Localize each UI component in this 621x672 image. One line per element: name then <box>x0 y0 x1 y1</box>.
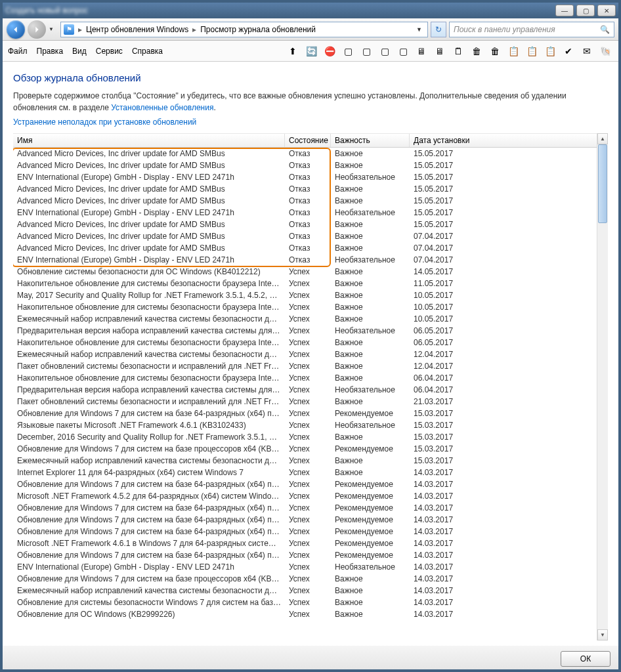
cell-date: 10.05.2017 <box>410 291 608 300</box>
table-row[interactable]: Advanced Micro Devices, Inc driver updat… <box>13 159 608 171</box>
table-row[interactable]: Обновление для Windows 7 для систем на б… <box>13 408 608 419</box>
table-row[interactable]: May, 2017 Security and Quality Rollup fo… <box>13 289 608 301</box>
table-row[interactable]: ENV International (Europe) GmbH - Displa… <box>13 171 608 183</box>
cell-state: Успех <box>285 421 331 430</box>
table-row[interactable]: ENV International (Europe) GmbH - Displa… <box>13 561 608 573</box>
toolbar-icon-1[interactable]: 🔄 <box>303 43 319 59</box>
table-row[interactable]: Internet Explorer 11 для 64-разрядных (x… <box>13 467 608 478</box>
toolbar-icon-10[interactable]: 🗑 <box>469 43 484 59</box>
troubleshoot-link[interactable]: Устранение неполадок при установке обнов… <box>13 117 196 127</box>
table-row[interactable]: Предварительная версия набора исправлени… <box>13 325 608 337</box>
table-row[interactable]: Накопительное обновление для системы без… <box>13 278 608 289</box>
col-state[interactable]: Состояние <box>285 134 331 147</box>
table-row[interactable]: Advanced Micro Devices, Inc driver updat… <box>13 219 608 230</box>
toolbar-icon-9[interactable]: 🗒 <box>450 43 466 59</box>
cell-name: Advanced Micro Devices, Inc driver updat… <box>13 149 285 158</box>
breadcrumb-root[interactable]: Центр обновления Windows <box>86 25 188 34</box>
toolbar-icon-8[interactable]: 🖥 <box>432 43 448 59</box>
maximize-button[interactable]: ▢ <box>576 5 595 16</box>
cell-date: 15.05.2017 <box>410 196 608 205</box>
table-row[interactable]: Advanced Micro Devices, Inc driver updat… <box>13 195 608 207</box>
history-dropdown-icon[interactable]: ▼ <box>49 26 58 32</box>
vertical-scrollbar[interactable]: ▲ ▼ <box>597 133 608 640</box>
table-row[interactable]: Advanced Micro Devices, Inc driver updat… <box>13 242 608 254</box>
table-row[interactable]: Microsoft .NET Framework 4.5.2 для 64-ра… <box>13 490 608 502</box>
address-bar[interactable]: ▸ Центр обновления Windows ▸ Просмотр жу… <box>60 22 428 37</box>
table-row[interactable]: ENV International (Europe) GmbH - Displa… <box>13 207 608 219</box>
table-row[interactable]: Обновление системы безопасности для ОС W… <box>13 266 608 278</box>
table-row[interactable]: Ежемесячный набор исправлений качества с… <box>13 313 608 325</box>
table-row[interactable]: ENV International (Europe) GmbH - Displa… <box>13 254 608 266</box>
toolbar-icon-11[interactable]: 🗑 <box>487 43 503 59</box>
toolbar-icon-12[interactable]: 📋 <box>505 43 521 59</box>
cell-name: Advanced Micro Devices, Inc driver updat… <box>13 196 285 205</box>
cell-date: 06.05.2017 <box>410 326 608 335</box>
forward-button[interactable] <box>28 20 46 39</box>
toolbar-icon-15[interactable]: ✔ <box>561 43 576 59</box>
toolbar-icon-4[interactable]: ▢ <box>358 43 374 59</box>
toolbar-icon-3[interactable]: ▢ <box>340 43 356 59</box>
installed-updates-link[interactable]: Установленные обновления <box>111 103 213 112</box>
table-row[interactable]: Языковые пакеты Microsoft .NET Framework… <box>13 419 608 431</box>
close-button[interactable]: ✕ <box>597 5 616 16</box>
table-row[interactable]: Обновление для Windows 7 для систем на б… <box>13 443 608 455</box>
minimize-button[interactable]: — <box>555 5 574 16</box>
col-name[interactable]: Имя <box>13 134 285 147</box>
menu-view[interactable]: Вид <box>72 47 87 56</box>
toolbar-icon-0[interactable]: ⬆ <box>285 43 301 59</box>
table-row[interactable]: Накопительное обновление для системы без… <box>13 301 608 313</box>
table-row[interactable]: Advanced Micro Devices, Inc driver updat… <box>13 148 608 159</box>
breadcrumb-leaf[interactable]: Просмотр журнала обновлений <box>200 25 316 34</box>
cell-name: May, 2017 Security and Quality Rollup fo… <box>13 291 285 300</box>
toolbar-icon-14[interactable]: 📋 <box>542 43 558 59</box>
table-row[interactable]: Накопительное обновление для системы без… <box>13 372 608 384</box>
col-date[interactable]: Дата установки <box>410 134 608 147</box>
menu-file[interactable]: Файл <box>8 47 28 56</box>
table-row[interactable]: Предварительная версия набора исправлени… <box>13 384 608 396</box>
cell-importance: Важное <box>331 243 410 253</box>
scroll-down-icon[interactable]: ▼ <box>597 629 608 640</box>
toolbar-icon-16[interactable]: ✉ <box>579 43 595 59</box>
cell-date: 14.03.2017 <box>410 562 608 572</box>
table-row[interactable]: Пакет обновлений системы безопасности и … <box>13 360 608 372</box>
ok-button[interactable]: ОК <box>561 651 610 667</box>
table-row[interactable]: Advanced Micro Devices, Inc driver updat… <box>13 183 608 195</box>
toolbar-icon-6[interactable]: ▢ <box>395 43 411 59</box>
table-row[interactable]: Обновление для системы безопасности Wind… <box>13 597 608 608</box>
table-row[interactable]: Обновление для Windows 7 для систем на б… <box>13 478 608 490</box>
menu-service[interactable]: Сервис <box>96 47 123 56</box>
table-row[interactable]: Обновление для ОС Windows (KB2999226)Усп… <box>13 608 608 620</box>
table-row[interactable]: Пакет обновлений системы безопасности и … <box>13 396 608 408</box>
toolbar-icon-7[interactable]: 🖥 <box>414 43 429 59</box>
table-row[interactable]: Обновление для Windows 7 для систем на б… <box>13 514 608 526</box>
table-row[interactable]: Обновление для Windows 7 для систем на б… <box>13 526 608 537</box>
cell-date: 15.05.2017 <box>410 149 608 158</box>
toolbar-icon-17[interactable]: 🐚 <box>597 43 613 59</box>
toolbar-icon-2[interactable]: ⛔ <box>322 43 337 59</box>
table-row[interactable]: Ежемесячный набор исправлений качества с… <box>13 585 608 597</box>
cell-importance: Необязательное <box>331 385 410 394</box>
table-row[interactable]: Накопительное обновление для системы без… <box>13 337 608 348</box>
table-row[interactable]: Ежемесячный набор исправлений качества с… <box>13 348 608 360</box>
toolbar-icon-13[interactable]: 📋 <box>524 43 540 59</box>
scroll-up-icon[interactable]: ▲ <box>597 133 608 144</box>
table-row[interactable]: December, 2016 Security and Quality Roll… <box>13 431 608 443</box>
cell-date: 15.03.2017 <box>410 409 608 418</box>
address-dropdown-icon[interactable]: ▼ <box>414 26 425 33</box>
menu-help[interactable]: Справка <box>132 47 163 56</box>
cell-importance: Необязательное <box>331 562 410 572</box>
back-button[interactable] <box>7 20 25 39</box>
scroll-thumb[interactable] <box>598 144 607 223</box>
toolbar-icon-5[interactable]: ▢ <box>377 43 393 59</box>
refresh-button[interactable]: ↻ <box>431 22 446 37</box>
table-row[interactable]: Обновление для Windows 7 для систем на б… <box>13 573 608 585</box>
table-row[interactable]: Ежемесячный набор исправлений качества с… <box>13 455 608 467</box>
table-row[interactable]: Обновление для Windows 7 для систем на б… <box>13 549 608 561</box>
table-row[interactable]: Microsoft .NET Framework 4.6.1 в Windows… <box>13 537 608 549</box>
col-importance[interactable]: Важность <box>331 134 410 147</box>
table-row[interactable]: Advanced Micro Devices, Inc driver updat… <box>13 230 608 242</box>
menu-edit[interactable]: Правка <box>37 47 64 56</box>
search-input[interactable]: Поиск в панели управления 🔍 <box>449 22 614 37</box>
cell-name: Ежемесячный набор исправлений качества с… <box>13 456 285 465</box>
table-row[interactable]: Обновление для Windows 7 для систем на б… <box>13 502 608 514</box>
